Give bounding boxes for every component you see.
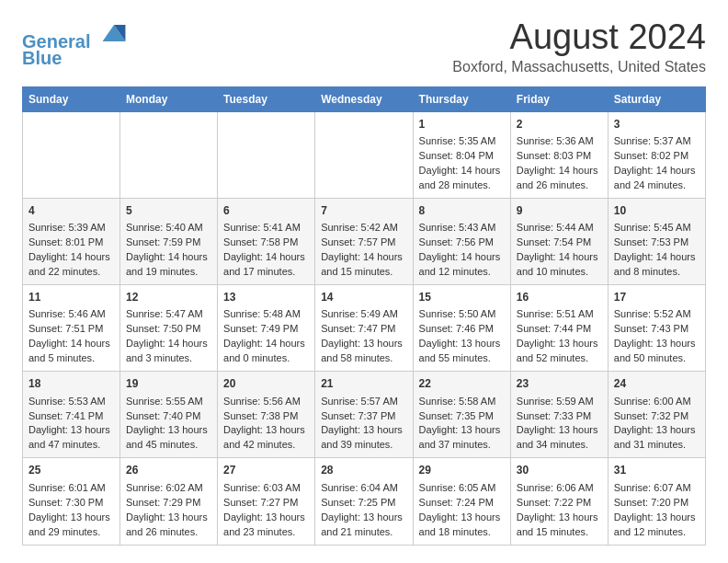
cell-text: Sunset: 7:25 PM <box>321 496 407 511</box>
calendar-cell: 24Sunrise: 6:00 AMSunset: 7:32 PMDayligh… <box>608 372 705 458</box>
cell-text: Sunrise: 5:47 AM <box>126 307 212 322</box>
cell-text: Sunrise: 5:56 AM <box>223 395 310 409</box>
calendar-cell: 8Sunrise: 5:43 AMSunset: 7:56 PMDaylight… <box>413 198 510 284</box>
cell-text: Sunset: 7:57 PM <box>321 236 407 250</box>
calendar-cell <box>315 111 413 198</box>
cell-text: Daylight: 14 hours <box>517 250 603 265</box>
cell-text: and 26 minutes. <box>126 525 212 540</box>
cell-text: Daylight: 13 hours <box>419 423 506 438</box>
cell-text: and 3 minutes. <box>126 351 212 366</box>
day-number: 6 <box>223 203 310 219</box>
cell-text: Daylight: 14 hours <box>126 337 212 351</box>
cell-text: and 39 minutes. <box>321 438 407 453</box>
cell-text: Daylight: 13 hours <box>223 423 310 438</box>
calendar-cell: 17Sunrise: 5:52 AMSunset: 7:43 PMDayligh… <box>608 285 705 372</box>
cell-text: Sunrise: 5:41 AM <box>223 221 310 236</box>
day-header-thursday: Thursday <box>413 86 510 111</box>
day-number: 16 <box>517 290 603 305</box>
cell-text: Daylight: 13 hours <box>614 511 700 525</box>
calendar-cell: 30Sunrise: 6:06 AMSunset: 7:22 PMDayligh… <box>510 458 608 545</box>
cell-text: and 21 minutes. <box>321 525 407 540</box>
calendar-cell: 4Sunrise: 5:39 AMSunset: 8:01 PMDaylight… <box>23 198 120 284</box>
day-number: 7 <box>321 203 407 219</box>
calendar-cell: 2Sunrise: 5:36 AMSunset: 8:03 PMDaylight… <box>510 111 608 198</box>
calendar-cell: 23Sunrise: 5:59 AMSunset: 7:33 PMDayligh… <box>510 372 608 458</box>
day-header-saturday: Saturday <box>608 86 705 111</box>
cell-text: Sunset: 7:41 PM <box>28 409 115 424</box>
day-number: 3 <box>614 117 700 132</box>
cell-text: and 37 minutes. <box>419 438 506 453</box>
cell-text: Daylight: 13 hours <box>517 511 603 525</box>
cell-text: Sunset: 7:51 PM <box>28 322 115 337</box>
day-number: 27 <box>223 463 310 478</box>
day-number: 26 <box>126 463 212 478</box>
calendar-cell: 21Sunrise: 5:57 AMSunset: 7:37 PMDayligh… <box>315 372 413 458</box>
day-number: 10 <box>614 203 700 219</box>
day-number: 31 <box>614 463 700 478</box>
calendar-cell: 3Sunrise: 5:37 AMSunset: 8:02 PMDaylight… <box>608 111 705 198</box>
logo: General Blue <box>22 18 129 69</box>
calendar-cell: 5Sunrise: 5:40 AMSunset: 7:59 PMDaylight… <box>120 198 218 284</box>
cell-text: Daylight: 13 hours <box>321 337 407 351</box>
cell-text: Sunset: 7:27 PM <box>223 496 310 511</box>
logo-icon <box>99 18 129 48</box>
cell-text: Sunrise: 6:05 AM <box>419 481 506 496</box>
page-header: General Blue August 2024 Boxford, Massac… <box>22 18 706 75</box>
cell-text: and 52 minutes. <box>517 351 603 366</box>
cell-text: Sunrise: 6:00 AM <box>614 395 700 409</box>
cell-text: Sunset: 7:46 PM <box>419 322 506 337</box>
day-header-tuesday: Tuesday <box>218 86 315 111</box>
day-number: 28 <box>321 463 407 478</box>
cell-text: and 28 minutes. <box>419 178 506 193</box>
day-number: 14 <box>321 290 407 305</box>
cell-text: Sunset: 7:49 PM <box>223 322 310 337</box>
cell-text: Sunset: 7:53 PM <box>614 236 700 250</box>
cell-text: Sunset: 7:24 PM <box>419 496 506 511</box>
cell-text: and 24 minutes. <box>614 178 700 193</box>
cell-text: Daylight: 14 hours <box>517 164 603 178</box>
cell-text: and 31 minutes. <box>614 438 700 453</box>
calendar-cell: 29Sunrise: 6:05 AMSunset: 7:24 PMDayligh… <box>413 458 510 545</box>
day-number: 8 <box>419 203 506 219</box>
cell-text: Sunrise: 5:48 AM <box>223 307 310 322</box>
cell-text: and 8 minutes. <box>614 265 700 280</box>
calendar-cell: 7Sunrise: 5:42 AMSunset: 7:57 PMDaylight… <box>315 198 413 284</box>
cell-text: and 18 minutes. <box>419 525 506 540</box>
cell-text: Daylight: 14 hours <box>419 164 506 178</box>
cell-text: Daylight: 13 hours <box>614 423 700 438</box>
calendar-cell: 1Sunrise: 5:35 AMSunset: 8:04 PMDaylight… <box>413 111 510 198</box>
cell-text: Sunset: 7:47 PM <box>321 322 407 337</box>
cell-text: Sunrise: 6:04 AM <box>321 481 407 496</box>
calendar-cell: 10Sunrise: 5:45 AMSunset: 7:53 PMDayligh… <box>608 198 705 284</box>
day-number: 12 <box>126 290 212 305</box>
cell-text: and 12 minutes. <box>419 265 506 280</box>
cell-text: Daylight: 13 hours <box>419 337 506 351</box>
month-title: August 2024 <box>452 18 706 57</box>
cell-text: Sunrise: 5:51 AM <box>517 307 603 322</box>
cell-text: Sunrise: 6:01 AM <box>28 481 115 496</box>
cell-text: and 34 minutes. <box>517 438 603 453</box>
cell-text: Daylight: 13 hours <box>321 423 407 438</box>
cell-text: Sunrise: 5:49 AM <box>321 307 407 322</box>
cell-text: and 12 minutes. <box>614 525 700 540</box>
cell-text: Daylight: 13 hours <box>126 423 212 438</box>
cell-text: Sunrise: 5:46 AM <box>28 307 115 322</box>
calendar-cell <box>120 111 218 198</box>
cell-text: Daylight: 13 hours <box>517 337 603 351</box>
cell-text: Daylight: 14 hours <box>321 250 407 265</box>
cell-text: and 23 minutes. <box>223 525 310 540</box>
cell-text: Sunset: 7:59 PM <box>126 236 212 250</box>
calendar-cell: 16Sunrise: 5:51 AMSunset: 7:44 PMDayligh… <box>510 285 608 372</box>
calendar-cell: 20Sunrise: 5:56 AMSunset: 7:38 PMDayligh… <box>218 372 315 458</box>
cell-text: Sunset: 7:35 PM <box>419 409 506 424</box>
calendar-cell <box>218 111 315 198</box>
day-number: 9 <box>517 203 603 219</box>
cell-text: and 15 minutes. <box>517 525 603 540</box>
cell-text: Sunset: 7:50 PM <box>126 322 212 337</box>
calendar-cell: 9Sunrise: 5:44 AMSunset: 7:54 PMDaylight… <box>510 198 608 284</box>
day-number: 5 <box>126 203 212 219</box>
cell-text: Sunset: 8:04 PM <box>419 149 506 164</box>
cell-text: and 0 minutes. <box>223 351 310 366</box>
day-number: 19 <box>126 376 212 392</box>
calendar-table: SundayMondayTuesdayWednesdayThursdayFrid… <box>22 86 706 546</box>
